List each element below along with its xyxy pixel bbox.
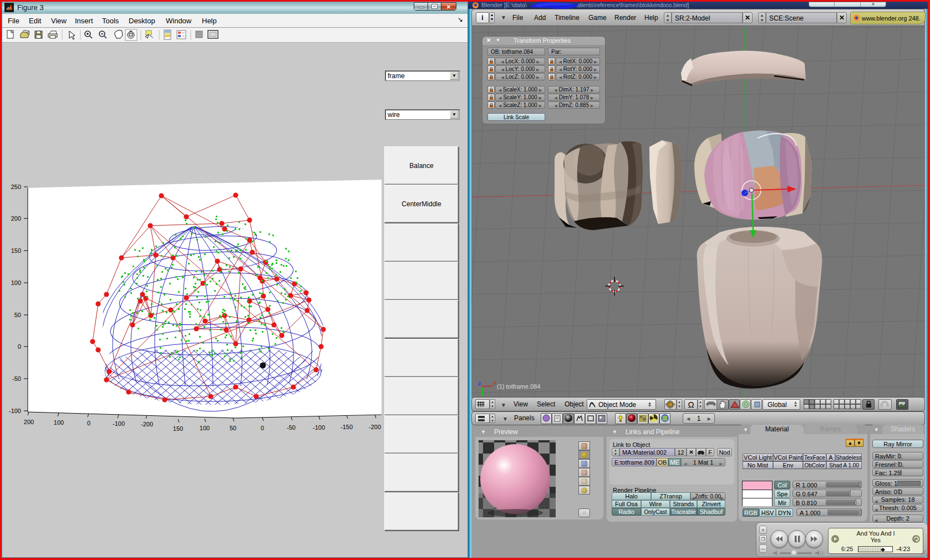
svg-text:-50: -50: [12, 375, 21, 382]
svg-text:150: 150: [11, 247, 21, 254]
svg-text:-200: -200: [141, 421, 153, 427]
svg-text:100: 100: [11, 279, 21, 286]
svg-text:50: 50: [14, 312, 21, 318]
svg-text:-200: -200: [369, 424, 381, 430]
svg-text:0: 0: [18, 343, 21, 350]
svg-text:-150: -150: [341, 424, 353, 430]
svg-text:-100: -100: [113, 420, 125, 427]
svg-text:X: X: [493, 380, 496, 386]
svg-text:-100: -100: [9, 408, 21, 414]
svg-text:0: 0: [87, 420, 90, 426]
svg-text:-50: -50: [287, 424, 296, 431]
svg-text:200: 200: [24, 419, 34, 425]
svg-text:200: 200: [11, 215, 21, 222]
svg-text:150: 150: [173, 425, 183, 432]
svg-text:-100: -100: [313, 424, 325, 431]
svg-text:0: 0: [261, 425, 264, 431]
svg-text:100: 100: [54, 419, 64, 426]
svg-text:Z: Z: [478, 381, 481, 386]
svg-text:50: 50: [230, 425, 236, 431]
svg-text:100: 100: [200, 425, 210, 431]
svg-text:250: 250: [11, 184, 21, 190]
